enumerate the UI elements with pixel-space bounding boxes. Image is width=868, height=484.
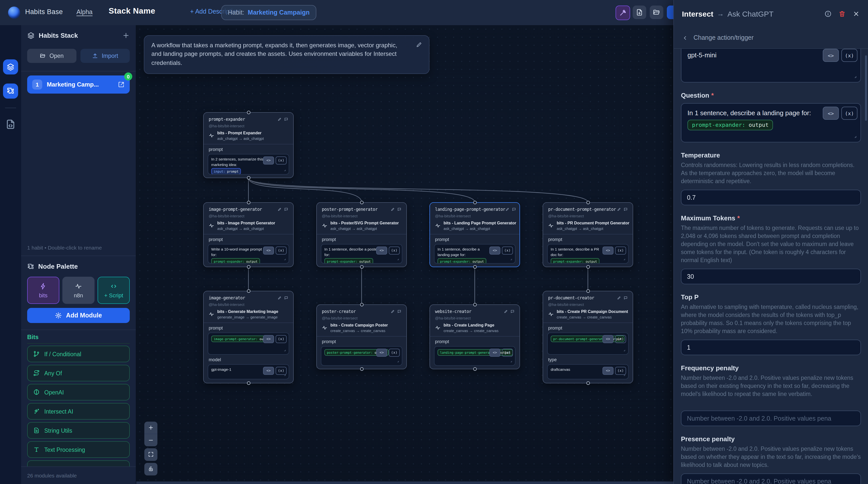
code-view-button[interactable]: <> [376, 246, 387, 254]
node-prompt-expander[interactable]: prompt-expander@ha-bits/bit-intersectbit… [203, 112, 294, 178]
bits-item-intersect-ai[interactable]: Intersect AI [27, 403, 130, 420]
output-port[interactable] [473, 265, 476, 269]
node-image-prompt-generator[interactable]: image-prompt-generator@ha-bits/bit-inter… [203, 202, 294, 267]
code-view-button[interactable]: <> [489, 349, 500, 357]
variable-button[interactable]: (x) [276, 367, 287, 375]
top-p-input[interactable]: 1 [681, 340, 861, 355]
variable-button[interactable]: (x) [615, 367, 626, 375]
node-image-generator[interactable]: image-generator@ha-bits/bit-intersectbit… [203, 291, 294, 383]
field-prompt[interactable]: poster-prompt-generator: output<>(x) [321, 346, 402, 366]
output-port[interactable] [586, 265, 590, 269]
bits-item-any-of[interactable]: Any Of [27, 365, 130, 381]
new-file-button[interactable] [633, 5, 646, 19]
field-prompt[interactable]: In 2 sentences, summarize this marketing… [208, 154, 289, 175]
bits-item-partial[interactable] [27, 460, 130, 467]
variable-badge[interactable]: prompt-expander: output [687, 120, 773, 130]
field-type[interactable]: draftcanvas <>(x) [547, 364, 629, 380]
right-panel-scrollbar[interactable] [865, 55, 867, 121]
node-poster-prompt-generator[interactable]: poster-prompt-generator@ha-bits/bit-inte… [316, 202, 407, 267]
field-prompt[interactable]: image-prompt-generator: output<>(x) [208, 333, 289, 355]
variable-button[interactable]: (x) [502, 349, 513, 357]
pencil-icon[interactable] [416, 41, 423, 48]
magic-wand-button[interactable] [616, 5, 630, 20]
workflow-description-card[interactable]: A workflow that takes a marketing prompt… [144, 35, 430, 74]
variable-badge[interactable]: prompt-expander: output [211, 258, 260, 264]
output-port[interactable] [247, 265, 250, 269]
bits-item-string-utils[interactable]: String Utils [27, 422, 130, 439]
code-view-button[interactable]: <> [602, 246, 614, 254]
code-view-button[interactable]: <> [263, 367, 274, 375]
output-port[interactable] [360, 367, 363, 371]
file-code-icon[interactable] [5, 119, 16, 130]
open-folder-button[interactable] [650, 5, 663, 19]
input-port[interactable] [473, 303, 476, 306]
variable-button[interactable]: (x) [276, 335, 287, 343]
temperature-input[interactable]: 0.7 [681, 190, 861, 205]
palette-tab-bits[interactable]: bits [27, 277, 59, 304]
node-poster-creator[interactable]: poster-creator@ha-bits/bit-intersectbits… [316, 304, 407, 369]
variable-button[interactable]: (x) [389, 246, 400, 254]
node-pr-document-creator[interactable]: pr-document-creator@ha-bits/bit-intersec… [542, 291, 633, 383]
code-view-button[interactable]: <> [489, 246, 500, 254]
maximum-tokens-input[interactable]: 30 [681, 269, 861, 284]
node-landing-page-prompt-generator[interactable]: landing-page-prompt-generator@ha-bits/bi… [430, 202, 520, 267]
frequency-penalty-input[interactable]: Number between -2.0 and 2.0. Positive va… [681, 411, 861, 426]
code-view-button[interactable]: <> [823, 107, 839, 120]
info-icon[interactable] [824, 10, 832, 17]
delete-icon[interactable] [838, 10, 846, 17]
variable-button[interactable]: (x) [615, 335, 626, 343]
output-port[interactable] [360, 265, 363, 269]
variable-button[interactable]: (x) [615, 246, 626, 254]
output-port[interactable] [473, 367, 476, 371]
output-port[interactable] [247, 176, 250, 180]
variable-button[interactable]: (x) [841, 49, 858, 62]
field-prompt[interactable]: pr-document-prompt-generator: output<>(x… [547, 333, 629, 355]
variable-button[interactable]: (x) [389, 349, 400, 357]
close-icon[interactable] [852, 10, 860, 17]
rail-modules-button[interactable] [3, 84, 18, 99]
code-view-button[interactable]: <> [602, 335, 614, 343]
field-prompt[interactable]: In 1 sentence, describe a landing page f… [434, 244, 516, 264]
input-port[interactable] [360, 303, 363, 306]
variable-badge[interactable]: prompt-expander: output [324, 258, 373, 264]
input-port[interactable] [586, 289, 590, 293]
variable-button[interactable]: (x) [276, 246, 287, 254]
lock-button[interactable] [144, 463, 157, 476]
input-port[interactable] [247, 201, 250, 204]
code-view-button[interactable]: <> [263, 246, 274, 254]
open-button[interactable]: Open [27, 49, 76, 63]
field-prompt[interactable]: Write a 10-word image prompt for: prompt… [208, 244, 289, 264]
palette-tab--script[interactable]: + Script [98, 277, 130, 304]
bits-item-if-conditional[interactable]: If / Conditional [27, 346, 130, 362]
variable-button[interactable]: (x) [502, 246, 513, 254]
variable-button[interactable]: (x) [841, 107, 858, 120]
model-field[interactable]: <>(x)gpt-5-mini [681, 48, 861, 83]
field-model[interactable]: gpt-image-1 <>(x) [208, 364, 289, 380]
input-port[interactable] [247, 289, 250, 293]
bits-item-openai[interactable]: OpenAI [27, 384, 130, 400]
bits-item-text-processing[interactable]: Text Processing [27, 441, 130, 458]
variable-button[interactable]: (x) [276, 156, 287, 164]
add-stack-icon[interactable] [122, 32, 130, 39]
export-icon[interactable] [118, 81, 125, 88]
code-view-button[interactable]: <> [823, 49, 839, 62]
field-prompt[interactable]: In 1 sentence, describe a poster for: pr… [321, 244, 402, 264]
palette-tab-n8n[interactable]: n8n [62, 277, 95, 304]
code-view-button[interactable]: <> [263, 335, 274, 343]
node-website-creator[interactable]: website-creator@ha-bits/bit-intersectbit… [430, 304, 520, 369]
habit-list-item[interactable]: 1 Marketing Camp... 0 [27, 75, 130, 94]
zoom-in-button[interactable] [144, 422, 157, 434]
input-port[interactable] [473, 201, 476, 204]
add-module-button[interactable]: Add Module [27, 308, 130, 323]
variable-badge[interactable]: prompt-expander: output [437, 258, 486, 264]
change-action-link[interactable]: Change action/trigger [674, 27, 868, 49]
output-port[interactable] [586, 381, 590, 385]
variable-badge[interactable]: input: prompt [211, 168, 241, 175]
workflow-canvas[interactable]: A workflow that takes a marketing prompt… [136, 25, 674, 484]
fit-view-button[interactable] [144, 448, 157, 461]
code-view-button[interactable]: <> [376, 349, 387, 357]
question-field[interactable]: <>(x)In 1 sentence, describe a landing p… [681, 103, 861, 142]
node-pr-document-prompt-generator[interactable]: pr-document-prompt-generator@ha-bits/bit… [542, 202, 633, 267]
import-button[interactable]: Import [81, 49, 130, 63]
input-port[interactable] [360, 201, 363, 204]
